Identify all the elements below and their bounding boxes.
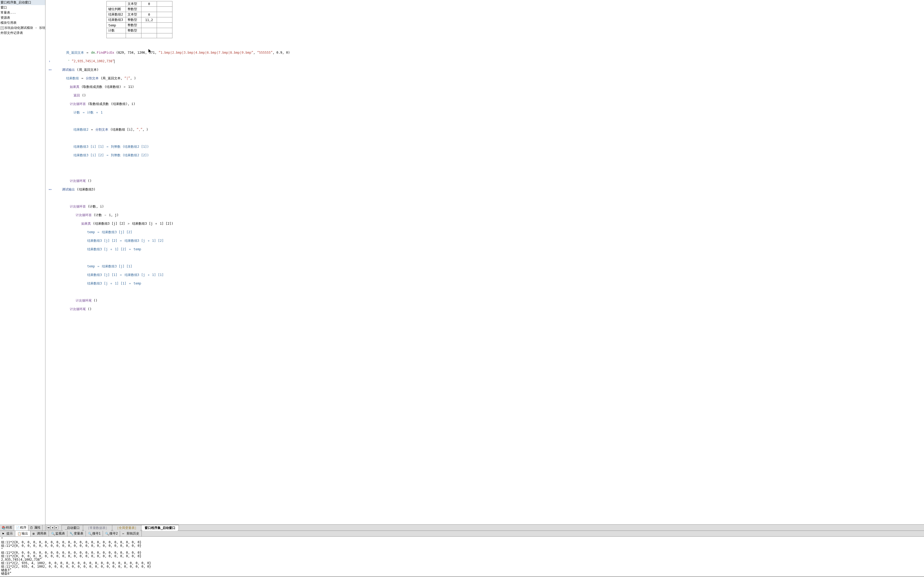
table-cell[interactable]: 0 [141,12,157,18]
output-line: 组:11*2{0, 0, 0, 0, 0, 0, 0, 0, 0, 0, 0, … [1,554,923,558]
variable-table[interactable]: 文本型0键位判断整数型结果数组2文本型0结果数组3整数型11,2temp整数型计… [107,1,173,38]
bottom-tab-剪辑历史[interactable]: ✂剪辑历史 [120,531,142,537]
bottom-tab-label: 监视表 [55,531,65,536]
tab-icon: 🔍 [51,532,55,536]
project-tree-sidebar: 窗口程序集_启动窗口窗口常量表...资源表模块引用表乐玩自动化测试模块 - 乐玩… [0,0,45,530]
table-cell[interactable]: 整数型 [126,23,141,28]
editor-tab[interactable]: _启动窗口 [61,525,83,531]
tree-item-label: 窗口 [0,6,7,9]
table-cell[interactable] [141,7,157,12]
document-icon [0,26,4,30]
bottom-tab-变量表[interactable]: 🔧变量表 [67,531,86,537]
tree-item[interactable]: 资源表 [0,15,45,20]
scroll-first-button[interactable]: ⏮ [47,526,50,529]
tab-icon: ⚑ [2,532,6,536]
tab-icon: 🔍 [105,532,109,536]
output-body[interactable]: "组:11*2{0, 0, 0, 0, 0, 0, 0, 0, 0, 0, 0,… [0,537,924,576]
bottom-tab-输出[interactable]: 📋输出 [15,531,31,537]
sidebar-tabs: 📚 特库 📄 程序 🗒 属性 [0,525,45,530]
editor-tab[interactable]: ［常量数据表］ [83,525,112,531]
table-cell[interactable]: 结果数组3 [107,18,126,23]
tree-item-label: 常量表... [0,11,16,15]
bottom-tab-label: 搜寻1 [92,531,100,536]
table-cell[interactable]: 整数型 [126,7,141,12]
bottom-tab-搜寻1[interactable]: 🔍搜寻1 [86,531,103,537]
editor-tab-label: _启动窗口 [65,526,80,530]
bottom-tab-调用表[interactable]: ⊞调用表 [31,531,49,537]
sidebar-tab-program[interactable]: 📄 程序 [14,525,28,530]
table-cell[interactable] [141,28,157,34]
editor-tab[interactable]: ［全局变量表］ [112,525,141,531]
table-cell[interactable]: 结果数组2 [107,12,126,18]
bottom-tab-提示[interactable]: ⚑提示 [0,531,15,537]
breakpoint-marker[interactable]: ▸▸ [48,68,52,72]
table-row[interactable]: 结果数组2文本型0 [107,12,173,18]
table-cell[interactable] [157,12,173,18]
table-row[interactable]: 结果数组3整数型11,2 [107,18,173,23]
tree-item[interactable]: 窗口程序集_启动窗口 [0,0,45,5]
table-cell[interactable]: 整数型 [126,28,141,34]
table-row[interactable]: temp整数型 [107,23,173,28]
table-cell[interactable]: 文本型 [126,12,141,18]
scroll-next-button[interactable]: ▶ [55,526,58,529]
tree-item-label: 外部文件记录表 [0,31,23,35]
editor-area: 文本型0键位判断整数型结果数组2文本型0结果数组3整数型11,2temp整数型计… [45,0,924,530]
resize-handle[interactable] [0,576,924,577]
table-cell[interactable] [157,23,173,28]
sidebar-tab-label: 属性 [34,525,40,530]
text-cursor [114,60,115,63]
table-cell[interactable] [141,23,157,28]
bottom-tab-label: 变量表 [74,531,83,536]
tree-item[interactable]: 常量表... [0,10,45,15]
output-panel: ⚑提示📋输出⊞调用表🔍监视表🔧变量表🔍搜寻1🔍搜寻2✂剪辑历史 "组:11*2{… [0,530,924,576]
table-cell[interactable]: 计数 [107,28,126,34]
lib-icon: 📚 [2,526,5,530]
editor-tab-label: ［全局变量表］ [115,526,138,530]
tree-item[interactable]: 窗口 [0,5,45,10]
editor-tab[interactable]: 窗口程序集_启动窗口 [141,525,179,531]
output-line: 键盘3” [1,569,923,572]
bottom-tab-label: 搜寻2 [109,531,118,536]
table-row[interactable]: 文本型0 [107,2,173,7]
table-cell[interactable]: temp [107,23,126,28]
table-cell[interactable]: 0 [141,2,157,7]
bottom-tab-label: 提示 [6,531,13,536]
editor-tab-label: ［常量数据表］ [86,526,109,530]
tree-item[interactable]: 模块引用表 [0,20,45,25]
scroll-prev-button[interactable]: ◀ [50,526,54,529]
table-cell[interactable] [157,28,173,34]
bottom-tab-label: 调用表 [37,531,47,536]
tree-item-label: 乐玩自动化测试模块 - 乐玩模 [4,26,45,30]
editor-tab-label: 窗口程序集_启动窗口 [145,526,175,530]
table-cell[interactable] [157,18,173,23]
tree-item[interactable]: 乐玩自动化测试模块 - 乐玩模 [0,25,45,31]
sidebar-tab-label: 程序 [20,525,26,530]
bottom-tab-搜寻2[interactable]: 🔍搜寻2 [103,531,120,537]
output-line: 组:11*2{0, 0, 0, 0, 0, 0, 0, 0, 0, 0, 0, … [1,544,923,548]
table-row[interactable]: 键位判断整数型 [107,7,173,12]
table-cell[interactable] [107,2,126,7]
tab-icon: ⊞ [32,532,36,536]
table-cell[interactable]: 文本型 [126,2,141,7]
editor-tabs: _启动窗口［常量数据表］［全局变量表］窗口程序集_启动窗口 [59,525,179,530]
table-row[interactable]: 计数整数型 [107,28,173,34]
table-cell[interactable] [157,7,173,12]
code-body[interactable]: 局_返回文本 ＝ dm.FindPicEx (829, 734, 1206, 7… [48,46,924,320]
output-line: 键盘6” [1,572,923,575]
tree-item[interactable]: 外部文件记录表 [0,31,45,35]
program-icon: 📄 [16,526,19,530]
sidebar-tab-props[interactable]: 🗒 属性 [28,525,42,530]
sidebar-tab-lib[interactable]: 📚 特库 [0,525,14,530]
tree-item-label: 模块引用表 [0,21,16,24]
bottom-tabs: ⚑提示📋输出⊞调用表🔍监视表🔧变量表🔍搜寻1🔍搜寻2✂剪辑历史 [0,531,924,537]
bottom-tab-label: 剪辑历史 [126,531,139,536]
table-cell[interactable] [157,2,173,7]
table-cell[interactable]: 键位判断 [107,7,126,12]
bottom-tab-监视表[interactable]: 🔍监视表 [49,531,67,537]
breakpoint-marker[interactable]: ▸▸ [48,187,52,192]
code-editor[interactable]: 文本型0键位判断整数型结果数组2文本型0结果数组3整数型11,2temp整数型计… [45,0,924,524]
table-cell[interactable]: 11,2 [141,18,157,23]
tab-icon: 🔍 [88,532,92,536]
table-cell[interactable]: 整数型 [126,18,141,23]
tree-item-label: 资源表 [0,16,10,19]
